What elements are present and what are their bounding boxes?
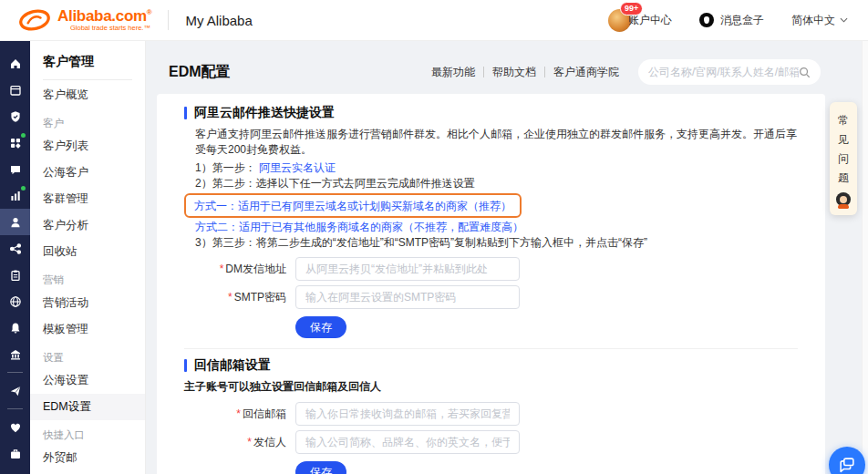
calendar-icon[interactable] <box>0 77 30 103</box>
sidebar-divider <box>43 79 132 80</box>
sidebar-item-customer-list[interactable]: 客户列表 <box>30 133 145 160</box>
sidebar-item-template-management[interactable]: 模板管理 <box>30 316 145 343</box>
sidebar-item-marketing-campaigns[interactable]: 营销活动 <box>30 290 145 316</box>
section1-title: 阿里云邮件推送快捷设置 <box>194 105 335 121</box>
chat-icon[interactable] <box>0 156 30 182</box>
product-title[interactable]: My Alibaba <box>185 13 252 28</box>
sidebar-item-group-management[interactable]: 客群管理 <box>30 186 145 212</box>
sidebar: 客户管理 客户概览 客户 客户列表 公海客户 客群管理 客户分析 回收站 营销 … <box>30 41 146 474</box>
step1: 1）第一步： 阿里云实名认证 <box>195 160 798 176</box>
option2-link[interactable]: 方式二：适用于已有其他服务商域名的商家（不推荐，配置难度高） <box>195 221 523 233</box>
language-selector[interactable]: 简体中文 <box>791 13 848 28</box>
section-title-bar <box>184 107 187 119</box>
smtp-password-row: *SMTP密码 <box>184 285 798 309</box>
brand-tagline: Global trade starts here.™ <box>57 25 151 32</box>
sidebar-title: 客户管理 <box>30 52 145 79</box>
section2-title: 回信邮箱设置 <box>194 357 271 374</box>
alibaba-logo[interactable]: Alibaba.com® Global trade starts here.™ <box>18 8 151 33</box>
save-button-reply[interactable]: 保存 <box>295 461 346 474</box>
required-asterisk: * <box>228 291 232 304</box>
globe-icon[interactable] <box>0 288 30 314</box>
section-title-bar <box>184 359 187 372</box>
apps-icon[interactable] <box>0 129 30 156</box>
brand-name: Alibaba.com® <box>57 8 151 25</box>
search-box[interactable] <box>638 59 821 85</box>
chat-bubbles-icon <box>837 455 857 474</box>
section1-intro: 客户通支持阿里云邮件推送服务进行营销邮件群发。相比个人邮箱，企业使用独立的群发邮… <box>195 127 798 158</box>
dm-address-input[interactable] <box>295 257 520 281</box>
support-agent-icon <box>835 192 852 208</box>
alibaba-swoosh-icon <box>18 8 51 32</box>
contacts-icon[interactable] <box>0 209 30 235</box>
link-latest-features[interactable]: 最新功能 <box>423 67 483 77</box>
green-status-dot <box>21 186 26 191</box>
topbar-separator <box>168 10 169 30</box>
language-label: 简体中文 <box>791 13 835 28</box>
green-status-dot <box>21 133 26 138</box>
reply-email-row: *回信邮箱 <box>184 402 798 426</box>
sidebar-item-public-settings[interactable]: 公海设置 <box>30 367 145 394</box>
sender-name-row: *发信人 <box>184 430 798 454</box>
sidebar-section-settings: 设置 <box>30 343 145 367</box>
bell-icon[interactable] <box>0 314 30 341</box>
sender-name-input[interactable] <box>295 430 520 454</box>
option1-link[interactable]: 方式一：适用于已有阿里云域名或计划购买新域名的商家（推荐） <box>194 200 512 212</box>
account-center[interactable]: 99+ 账户中心 <box>608 9 672 32</box>
message-box[interactable]: 消息盒子 <box>699 13 764 28</box>
rail-divider <box>7 372 23 373</box>
orders-icon[interactable] <box>0 262 30 288</box>
link-academy[interactable]: 客户通商学院 <box>544 67 627 77</box>
smtp-password-label: *SMTP密码 <box>184 290 286 305</box>
sidebar-section-customers: 客户 <box>30 108 145 133</box>
sender-name-label: *发信人 <box>184 435 286 450</box>
option1-highlight-box: 方式一：适用于已有阿里云域名或计划购买新域名的商家（推荐） <box>184 193 522 218</box>
search-icon[interactable] <box>799 67 811 78</box>
sidebar-item-recycle-bin[interactable]: 回收站 <box>30 239 145 265</box>
notification-badge: 99+ <box>620 2 643 15</box>
app-icon-rail <box>0 41 30 474</box>
chevron-down-icon <box>840 17 848 23</box>
save-button-aliyun[interactable]: 保存 <box>295 316 346 338</box>
send-icon[interactable] <box>0 377 30 404</box>
section-divider <box>184 348 798 349</box>
page-title: EDM配置 <box>169 63 231 82</box>
reply-email-input[interactable] <box>295 402 520 426</box>
message-box-label: 消息盒子 <box>720 13 764 28</box>
sidebar-section-quick-entry: 快捷入口 <box>30 420 145 445</box>
scrollbar[interactable] <box>862 41 868 474</box>
section2-intro: 主子账号可以独立设置回信邮箱及回信人 <box>184 379 798 395</box>
sidebar-item-customer-analysis[interactable]: 客户分析 <box>30 212 145 239</box>
registered-mark: ® <box>147 8 152 16</box>
edm-config-card: 阿里云邮件推送快捷设置 客户通支持阿里云邮件推送服务进行营销邮件群发。相比个人邮… <box>157 94 825 474</box>
required-asterisk: * <box>247 436 252 448</box>
shield-icon[interactable] <box>0 103 30 129</box>
header-links: 最新功能 帮助文档 客户通商学院 <box>423 67 627 77</box>
home-icon[interactable] <box>0 50 30 77</box>
main-content: EDM配置 最新功能 帮助文档 客户通商学院 阿里云邮件推送快捷设置 客户通支持… <box>146 41 868 474</box>
required-asterisk: * <box>220 263 224 275</box>
bank-icon[interactable] <box>0 341 30 367</box>
heart-icon[interactable] <box>0 414 30 440</box>
realname-verify-link[interactable]: 阿里云实名认证 <box>259 161 336 174</box>
step2: 2）第二步：选择以下任一方式去阿里云完成邮件推送设置 <box>195 176 798 191</box>
dm-address-label: *DM发信地址 <box>184 262 286 277</box>
faq-tab[interactable]: 常见问题 <box>830 102 857 215</box>
analytics-icon[interactable] <box>0 182 30 209</box>
link-help-docs[interactable]: 帮助文档 <box>483 67 544 77</box>
sidebar-item-customer-overview[interactable]: 客户概览 <box>30 82 145 108</box>
reply-email-label: *回信邮箱 <box>184 407 286 422</box>
sidebar-section-marketing: 营销 <box>30 265 145 290</box>
briefcase-icon[interactable] <box>0 440 30 467</box>
sidebar-item-foreign-trade-mail[interactable]: 外贸邮 <box>30 445 145 471</box>
sidebar-item-edm-settings[interactable]: EDM设置 <box>30 394 145 420</box>
faq-tab-label: 常见问题 <box>838 111 850 188</box>
step1-prefix: 1）第一步： <box>195 161 256 174</box>
smtp-password-input[interactable] <box>295 285 520 309</box>
dm-address-row: *DM发信地址 <box>184 257 798 281</box>
share-icon[interactable] <box>0 235 30 262</box>
message-box-icon <box>699 13 714 27</box>
sidebar-item-public-customers[interactable]: 公海客户 <box>30 160 145 186</box>
topbar: Alibaba.com® Global trade starts here.™ … <box>0 0 868 41</box>
search-input[interactable] <box>648 66 799 78</box>
rail-divider <box>7 408 23 409</box>
